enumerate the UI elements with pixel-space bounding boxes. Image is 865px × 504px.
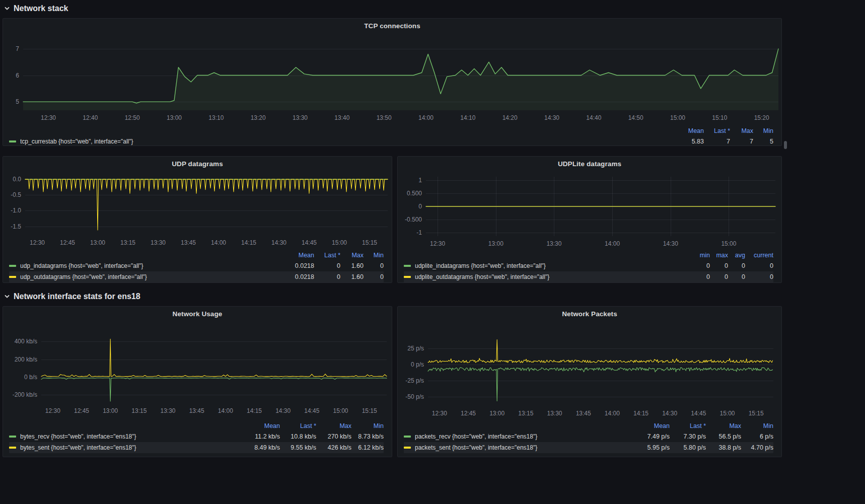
legend-sort-header[interactable]: Max: [706, 422, 741, 429]
x-axis-label: 14:50: [628, 114, 643, 121]
legend-sort-header[interactable]: Mean: [282, 252, 314, 259]
legend-row: packets_sent {host="web", interface="ens…: [404, 442, 773, 453]
x-axis-label: 13:15: [518, 410, 533, 417]
x-axis-label: 14:15: [633, 410, 648, 417]
x-axis-label: 13:45: [576, 410, 591, 417]
legend-sort-header[interactable]: Mean: [632, 422, 670, 429]
series-label[interactable]: tcp_currestab {host="web", interface="al…: [20, 138, 669, 145]
series-color-icon: [404, 276, 411, 278]
series-label[interactable]: packets_recv {host="web", interface="ens…: [415, 433, 632, 440]
x-axis-label: 13:00: [488, 240, 503, 247]
legend-row: udp_outdatagrams {host="web", interface=…: [9, 271, 384, 282]
series-fill-tcp_currestab: [23, 49, 778, 110]
legend-sort-header[interactable]: Last *: [280, 422, 316, 429]
legend-sort-header[interactable]: min: [690, 252, 710, 259]
y-axis-label: -0.500: [398, 216, 422, 223]
plot-area[interactable]: [426, 177, 775, 236]
legend-sort-header[interactable]: Mean: [669, 127, 704, 134]
legend-sort-header[interactable]: Max: [730, 127, 753, 134]
y-axis-label: 0 b/s: [3, 374, 37, 381]
y-axis-label: 0.0: [3, 176, 21, 183]
panel-header[interactable]: UDPLite datagrams: [398, 157, 781, 171]
panel-header[interactable]: UDP datagrams: [3, 157, 392, 171]
series-stat-value: 38.8 p/s: [706, 444, 741, 451]
x-axis-label: 13:00: [489, 410, 504, 417]
x-axis-label: 14:30: [662, 410, 677, 417]
plot-area[interactable]: [25, 176, 388, 235]
legend-sort-header[interactable]: Max: [316, 422, 351, 429]
timeseries-chart[interactable]: 0.0-0.5-1.0-1.512:3012:4513:0013:1513:30…: [3, 171, 392, 250]
series-label[interactable]: udplite_indatagrams {host="web", interfa…: [415, 262, 690, 269]
section-header-network-stack[interactable]: Network stack: [4, 3, 68, 15]
legend: minmaxavgcurrentudplite_indatagrams {hos…: [398, 250, 781, 282]
panel-header[interactable]: Network Packets: [398, 307, 781, 321]
legend-sort-header[interactable]: current: [745, 252, 773, 259]
series-label[interactable]: udp_outdatagrams {host="web", interface=…: [20, 273, 282, 280]
legend-header-row: MeanLast *MaxMin: [9, 421, 384, 431]
series-stat-value: 7: [704, 138, 730, 145]
legend-row: packets_recv {host="web", interface="ens…: [404, 431, 773, 442]
legend-sort-header[interactable]: Last *: [314, 252, 340, 259]
x-axis-label: 13:40: [334, 114, 349, 121]
timeseries-chart[interactable]: 56712:3012:4012:5013:0013:1013:2013:3013…: [3, 33, 781, 125]
series-stat-value: 0: [710, 273, 728, 280]
timeseries-chart[interactable]: 400 kb/s200 kb/s0 b/s-200 kb/s12:3012:45…: [3, 321, 392, 420]
legend-row: bytes_recv {host="web", interface="ens18…: [9, 431, 384, 442]
panel-title: Network Usage: [173, 310, 223, 318]
legend: MeanLast *MaxMinudp_indatagrams {host="w…: [3, 250, 392, 282]
series-stat-value: 7.49 p/s: [632, 433, 670, 440]
section-title: Network stack: [14, 4, 68, 13]
series-stat-value: 0: [745, 262, 773, 269]
plot-area[interactable]: [23, 45, 778, 110]
series-label[interactable]: bytes_recv {host="web", interface="ens18…: [20, 433, 243, 440]
plot-area[interactable]: [428, 339, 773, 406]
x-axis-label: 14:15: [247, 407, 262, 414]
x-axis-label: 13:00: [103, 407, 118, 414]
scrollbar-thumb[interactable]: [784, 141, 787, 149]
x-axis-label: 14:40: [586, 114, 601, 121]
y-axis-label: 400 kb/s: [3, 338, 37, 345]
x-axis-label: 15:00: [720, 410, 735, 417]
y-axis-label: 1: [398, 177, 422, 184]
panel-header[interactable]: TCP connections: [3, 19, 781, 33]
plot-area[interactable]: [41, 333, 387, 403]
legend-sort-header[interactable]: Min: [753, 127, 773, 134]
panel-udplite-datagrams: UDPLite datagrams 10.5000-0.500-112:3013…: [397, 156, 782, 283]
x-axis-label: 14:20: [502, 114, 518, 121]
x-axis-label: 14:45: [302, 239, 317, 246]
series-stat-value: 7: [730, 138, 753, 145]
legend-sort-header[interactable]: Min: [351, 422, 384, 429]
series-stat-value: 0: [314, 273, 340, 280]
timeseries-chart[interactable]: 10.5000-0.500-112:3013:0013:3014:0014:30…: [398, 171, 781, 250]
legend-sort-header[interactable]: avg: [728, 252, 745, 259]
series-stat-value: 0.0218: [282, 262, 314, 269]
legend-sort-header[interactable]: Last *: [704, 127, 730, 134]
y-axis-label: 5: [3, 98, 19, 105]
series-stat-value: 0.0218: [282, 273, 314, 280]
x-axis-label: 13:30: [161, 407, 176, 414]
y-axis-label: -0.5: [3, 191, 21, 198]
timeseries-chart[interactable]: 25 p/s0 p/s-25 p/s-50 p/s12:3012:4513:00…: [398, 321, 781, 420]
series-label[interactable]: udp_indatagrams {host="web", interface="…: [20, 262, 282, 269]
y-axis-label: -1.5: [3, 223, 21, 230]
x-axis-label: 12:40: [83, 114, 98, 121]
section-header-interface-stats[interactable]: Network interface stats for ens18: [4, 291, 140, 303]
panel-network-usage: Network Usage 400 kb/s200 kb/s0 b/s-200 …: [3, 306, 392, 457]
series-stat-value: 5.95 p/s: [632, 444, 670, 451]
series-label[interactable]: packets_sent {host="web", interface="ens…: [415, 444, 632, 451]
legend-sort-header[interactable]: Min: [364, 252, 384, 259]
x-axis-label: 12:30: [45, 407, 60, 414]
legend-sort-header[interactable]: Last *: [670, 422, 706, 429]
panel-header[interactable]: Network Usage: [3, 307, 392, 321]
x-axis-label: 12:30: [41, 114, 56, 121]
legend-row: tcp_currestab {host="web", interface="al…: [9, 136, 773, 147]
legend-sort-header[interactable]: Mean: [243, 422, 280, 429]
legend-sort-header[interactable]: max: [710, 252, 728, 259]
series-label[interactable]: bytes_sent {host="web", interface="ens18…: [20, 444, 243, 451]
legend-row: udplite_indatagrams {host="web", interfa…: [404, 260, 773, 271]
legend-sort-header[interactable]: Max: [340, 252, 364, 259]
x-axis-label: 14:45: [304, 407, 319, 414]
series-line-bytes_sent: [41, 339, 387, 376]
legend-sort-header[interactable]: Min: [741, 422, 773, 429]
series-label[interactable]: udplite_outdatagrams {host="web", interf…: [415, 273, 690, 280]
